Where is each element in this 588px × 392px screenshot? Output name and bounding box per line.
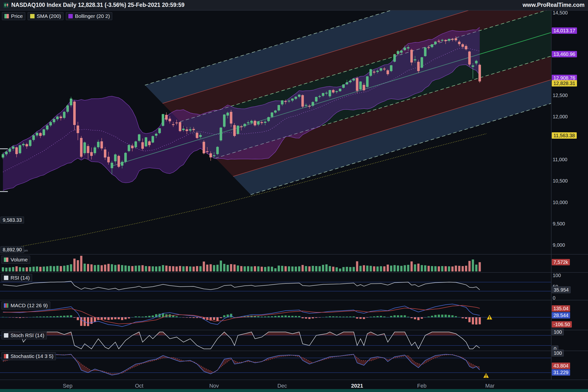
legend-price-label: Price — [11, 13, 23, 19]
legend-bollinger-label: Bollinger (20 2) — [75, 13, 110, 19]
legend-bollinger[interactable]: Bollinger (20 2) — [66, 12, 112, 20]
header-website: www.ProRealTime.com — [522, 2, 584, 8]
volume-label: Volume — [10, 257, 28, 263]
pane-label-volume[interactable]: Volume — [2, 256, 30, 264]
price-axis[interactable] — [551, 10, 588, 380]
pane-label-stochrsi[interactable]: Stoch RSI (14) — [2, 332, 47, 339]
chart-svg[interactable] — [0, 0, 588, 392]
bollinger-icon — [68, 14, 73, 18]
rsi-label: RSI (14) — [10, 275, 30, 281]
watermark: © ProRealTime.com — [2, 249, 28, 252]
legend-sma[interactable]: SMA (200) — [28, 12, 64, 20]
pane-label-macd[interactable]: MACD (12 26 9) — [2, 302, 50, 310]
price-icon — [4, 14, 9, 18]
time-axis[interactable] — [0, 380, 551, 392]
pane-label-rsi[interactable]: RSI (14) — [2, 274, 32, 282]
stochrsi-icon — [4, 333, 8, 338]
macd-icon — [4, 303, 8, 308]
stochastic-label: Stochastic (14 3 5) — [10, 353, 54, 359]
app-icon — [4, 2, 9, 8]
sma-icon — [30, 14, 34, 18]
header-bar: NASDAQ100 Index Daily 12,828.31 (-3.56%)… — [0, 0, 588, 10]
pane-label-stochastic[interactable]: Stochastic (14 3 5) — [2, 352, 56, 360]
legend-price[interactable]: Price — [2, 12, 25, 20]
header-title: NASDAQ100 Index Daily 12,828.31 (-3.56%)… — [11, 2, 184, 8]
app-window: Price SMA (200) Bollinger (20 2) Volume … — [0, 0, 588, 392]
indicator-legend: Price SMA (200) Bollinger (20 2) — [2, 12, 112, 20]
rsi-icon — [4, 276, 8, 280]
chart-canvas[interactable]: Price SMA (200) Bollinger (20 2) Volume … — [0, 0, 588, 392]
legend-sma-label: SMA (200) — [37, 13, 61, 19]
stochrsi-label: Stoch RSI (14) — [10, 332, 44, 338]
volume-icon — [4, 258, 8, 262]
macd-label: MACD (12 26 9) — [10, 302, 48, 308]
stochastic-icon — [4, 354, 8, 358]
